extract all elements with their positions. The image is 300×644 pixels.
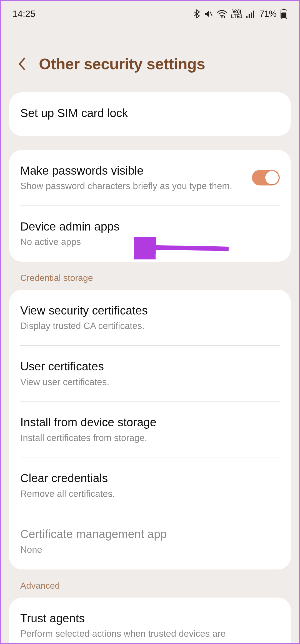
- trust-agents-item[interactable]: Trust agents Perform selected actions wh…: [9, 598, 291, 643]
- mute-icon: [204, 9, 213, 18]
- battery-icon: [280, 9, 288, 19]
- header: Other security settings: [1, 24, 299, 92]
- item-subtitle: Remove all certificates.: [20, 488, 280, 500]
- volte-icon: Vo))LTE1: [231, 9, 242, 19]
- battery-percentage: 71%: [259, 9, 276, 19]
- bluetooth-icon: [193, 9, 200, 19]
- section-header-credential-storage: Credential storage: [1, 273, 299, 290]
- svg-point-3: [221, 16, 222, 18]
- passwords-visible-toggle[interactable]: [252, 170, 280, 185]
- user-certificates-item[interactable]: User certificates View user certificates…: [9, 346, 291, 402]
- item-title: Install from device storage: [20, 415, 280, 430]
- status-time: 14:25: [12, 9, 36, 19]
- page-title: Other security settings: [39, 55, 205, 73]
- svg-rect-10: [281, 13, 286, 18]
- item-title: View security certificates: [20, 303, 280, 318]
- toggle-knob: [265, 171, 279, 184]
- make-passwords-visible-item[interactable]: Make passwords visible Show password cha…: [9, 150, 291, 206]
- item-subtitle: Perform selected actions when trusted de…: [20, 628, 280, 640]
- device-admin-apps-item[interactable]: Device admin apps No active apps: [9, 206, 291, 262]
- status-indicators: Vo))LTE1 71%: [193, 9, 288, 19]
- svg-rect-4: [246, 16, 248, 18]
- clear-credentials-item[interactable]: Clear credentials Remove all certificate…: [9, 457, 291, 513]
- sim-card-lock-item[interactable]: Set up SIM card lock: [9, 92, 291, 136]
- item-title: Certificate management app: [20, 527, 280, 542]
- item-subtitle: Show password characters briefly as you …: [20, 180, 246, 192]
- status-bar: 14:25 Vo))LTE1 71%: [1, 1, 299, 24]
- certificate-management-app-item: Certificate management app None: [9, 513, 291, 569]
- install-from-device-storage-item[interactable]: Install from device storage Install cert…: [9, 402, 291, 457]
- item-title: Make passwords visible: [20, 163, 246, 179]
- settings-group: Make passwords visible Show password cha…: [9, 150, 291, 262]
- item-title: Trust agents: [20, 611, 280, 626]
- view-security-certificates-item[interactable]: View security certificates Display trust…: [9, 290, 291, 346]
- item-subtitle: None: [20, 544, 280, 556]
- settings-group: View security certificates Display trust…: [9, 290, 291, 569]
- svg-rect-5: [249, 14, 250, 18]
- item-subtitle: Install certificates from storage.: [20, 432, 280, 444]
- wifi-icon: [217, 10, 227, 18]
- section-header-advanced: Advanced: [1, 581, 299, 598]
- item-subtitle: Display trusted CA certificates.: [20, 320, 280, 332]
- item-title: Set up SIM card lock: [20, 106, 280, 121]
- chevron-left-icon: [18, 57, 26, 71]
- settings-group: Trust agents Perform selected actions wh…: [9, 598, 291, 643]
- item-subtitle: No active apps: [20, 236, 280, 248]
- item-title: Clear credentials: [20, 471, 280, 486]
- svg-rect-7: [253, 11, 254, 18]
- settings-group: Set up SIM card lock: [9, 92, 291, 136]
- item-title: Device admin apps: [20, 219, 280, 234]
- svg-rect-6: [251, 13, 252, 18]
- item-title: User certificates: [20, 359, 280, 374]
- back-button[interactable]: [16, 56, 27, 72]
- signal-icon: [246, 10, 256, 18]
- item-subtitle: View user certificates.: [20, 376, 280, 388]
